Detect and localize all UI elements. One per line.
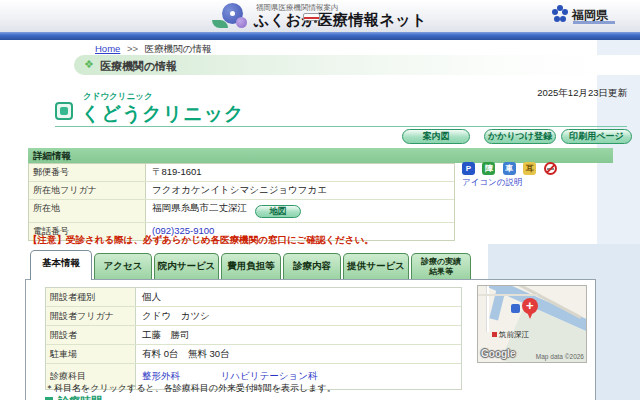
clinic-map-marker-icon	[522, 298, 538, 314]
row-label: 所在地	[29, 200, 146, 222]
tab-results-line2: 結果等	[429, 267, 453, 276]
page: 福岡県医療機関情報案内 ふくおか医療情報ネット 福岡県 Home >> 医療機関…	[0, 0, 640, 400]
map-button[interactable]: 地図	[255, 205, 301, 218]
next-section-heading: 診療時間	[45, 394, 102, 400]
map-place-icon	[511, 304, 520, 313]
icon-description-link[interactable]: アイコンの説明	[462, 177, 523, 189]
section-title: 医療機関の情報	[100, 59, 177, 74]
table-row: 開設者フリガナ クドウ カツシ	[46, 307, 461, 326]
clinic-bullet-icon	[55, 102, 73, 120]
founder-furigana-value: クドウ カツシ	[136, 307, 461, 325]
kakaritsuke-register-button[interactable]: かかりつけ登録	[484, 129, 556, 144]
site-header: 福岡県医療機関情報案内 ふくおか医療情報ネット 福岡県	[0, 0, 640, 32]
row-label: 郵便番号	[29, 164, 146, 181]
row-label: 所在地フリガナ	[29, 182, 146, 199]
tab-results[interactable]: 診療の実績 結果等	[411, 253, 471, 279]
table-row: 所在地 福岡県糸島市二丈深江 地図	[29, 200, 454, 223]
print-page-button[interactable]: 印刷用ページ	[561, 129, 632, 144]
detail-table-header: 詳細情報	[28, 148, 613, 163]
row-label: 開設者	[46, 326, 136, 344]
hearing-support-icon: 耳	[523, 162, 536, 175]
updated-date: 2025年12月23日更新	[537, 87, 627, 100]
section-diamond-icon: ❖	[84, 58, 94, 71]
ambulance-icon	[303, 13, 320, 24]
breadcrumb-current: 医療機関の情報	[145, 43, 212, 54]
row-label: 開設者種別	[46, 288, 136, 306]
parking-icon: P	[462, 162, 475, 175]
site-title: ふくおか医療情報ネット	[254, 11, 427, 30]
table-row: 開設者 工藤 勝司	[46, 326, 461, 345]
row-label: 駐車場	[46, 345, 136, 363]
map-river-branch	[489, 285, 507, 320]
google-logo: Google	[481, 348, 515, 359]
station-label: 筑前深江	[492, 330, 529, 340]
table-row: 開設者種別 個人	[46, 288, 461, 307]
table-row: 郵便番号 〒819-1601	[29, 164, 454, 182]
tab-hospital-services[interactable]: 院内サービス	[154, 253, 219, 279]
department-link-rehabilitation[interactable]: リハビリテーション科	[221, 370, 318, 381]
guide-map-button[interactable]: 案内図	[402, 129, 470, 144]
breadcrumb-separator: >>	[127, 43, 138, 54]
breadcrumb-home-link[interactable]: Home	[95, 43, 120, 54]
site-logo-flower-icon	[214, 2, 254, 30]
row-label: 開設者フリガナ	[46, 307, 136, 325]
table-row: 所在地フリガナ フクオカケンイトシマシニジョウフカエ	[29, 182, 454, 200]
pref-logo-subtext	[573, 21, 615, 24]
tab-results-line1: 診療の実績	[421, 257, 461, 266]
address-furigana-value: フクオカケンイトシマシニジョウフカエ	[146, 182, 454, 199]
detail-table: 郵便番号 〒819-1601 所在地フリガナ フクオカケンイトシマシニジョウフカ…	[28, 163, 455, 241]
tab-access[interactable]: アクセス	[94, 253, 152, 279]
pref-flower-icon	[552, 9, 558, 15]
founder-type-value: 個人	[136, 288, 461, 306]
clinic-name: くどうクリニック	[81, 101, 245, 127]
notice-text: 【注意】受診される際は、必ずあらかじめ各医療機関の窓口にご確認ください。	[28, 234, 374, 247]
founder-name-value: 工藤 勝司	[136, 326, 461, 344]
table-row: 駐車場 有料 0台 無料 30台	[46, 345, 461, 364]
map-road-vertical	[486, 285, 489, 332]
fukuoka-pref-logo[interactable]: 福岡県	[552, 7, 632, 27]
tab-basic-info[interactable]: 基本情報	[30, 250, 92, 280]
section-header-bar: ❖ 医療機関の情報	[74, 55, 640, 75]
basic-info-table: 開設者種別 個人 開設者フリガナ クドウ カツシ 開設者 工藤 勝司 駐車場 有…	[45, 287, 462, 390]
department-link-orthopedics[interactable]: 整形外科	[142, 370, 180, 381]
map-thumbnail[interactable]: 筑前深江 Google Map data ©2026	[477, 285, 587, 363]
wheelchair-icon: 車	[503, 162, 516, 175]
tab-treatment[interactable]: 診療内容	[283, 253, 341, 279]
no-smoking-icon	[544, 162, 557, 175]
map-copyright: Map data ©2026	[536, 353, 584, 360]
header-divider-bar	[0, 32, 640, 40]
tab-costs[interactable]: 費用負担等	[221, 253, 281, 279]
tab-provided-services[interactable]: 提供サービス	[343, 253, 409, 279]
postal-code-value: 〒819-1601	[146, 164, 454, 181]
map-road-horizontal	[478, 294, 538, 296]
accessibility-icon: 障	[482, 162, 495, 175]
parking-value: 有料 0台 無料 30台	[136, 345, 461, 363]
clinic-underline	[55, 126, 627, 127]
